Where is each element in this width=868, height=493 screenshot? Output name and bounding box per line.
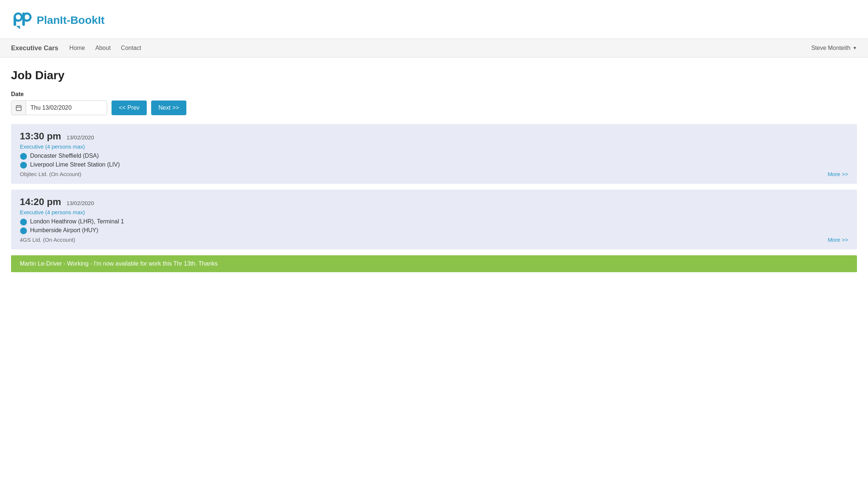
job-1-type: Executive (4 persons max) — [20, 143, 848, 150]
next-button[interactable]: Next >> — [151, 101, 186, 115]
job-2-header: 14:20 pm 13/02/2020 — [20, 196, 848, 208]
svg-rect-2 — [14, 17, 16, 26]
nav-user-menu[interactable]: Steve Monteith ▼ — [811, 45, 857, 51]
date-label: Date — [11, 91, 857, 98]
logo-area: PlanIt-BookIt — [0, 0, 868, 39]
svg-rect-5 — [22, 12, 25, 26]
svg-rect-7 — [16, 106, 21, 111]
job-1-client: Objitec Ltd. (On Account) — [20, 171, 848, 177]
page-title: Job Diary — [11, 69, 857, 82]
job-1-time: 13:30 pm — [20, 131, 61, 142]
date-section: Date << Prev Next >> — [11, 91, 857, 115]
job-1-header: 13:30 pm 13/02/2020 — [20, 131, 848, 142]
date-controls: << Prev Next >> — [11, 101, 857, 115]
notification-bar: Martin Le-Driver - Working - I'm now ava… — [11, 255, 857, 272]
calendar-icon — [15, 105, 22, 111]
notification-message: Martin Le-Driver - Working - I'm now ava… — [20, 260, 218, 267]
job-1-from: ⬤ Doncaster Sheffield (DSA) — [20, 152, 848, 160]
job-1-date: 13/02/2020 — [66, 134, 94, 140]
nav-link-contact[interactable]: Contact — [121, 45, 141, 51]
logo-container: PlanIt-BookIt — [11, 7, 857, 33]
job-card-2: 14:20 pm 13/02/2020 Executive (4 persons… — [11, 190, 857, 249]
location-from-icon-1: ⬤ — [20, 152, 27, 160]
logo-brand-text: PlanIt-BookIt — [37, 14, 105, 26]
nav-username: Steve Monteith — [811, 45, 850, 51]
job-2-type: Executive (4 persons max) — [20, 209, 848, 215]
job-2-client: 4GS Ltd. (On Account) — [20, 237, 848, 243]
job-2-date: 13/02/2020 — [66, 200, 94, 206]
job-2-to: ⬤ Humberside Airport (HUY) — [20, 226, 848, 234]
date-input[interactable] — [26, 101, 107, 115]
job-1-to: ⬤ Liverpool Lime Street Station (LIV) — [20, 161, 848, 169]
svg-marker-6 — [16, 26, 20, 29]
logo-icon — [11, 7, 37, 33]
nav-links: Home About Contact — [69, 45, 811, 51]
location-to-icon-2: ⬤ — [20, 226, 27, 234]
nav-link-home[interactable]: Home — [69, 45, 85, 51]
svg-point-4 — [24, 15, 29, 20]
nav-brand: Executive Cars — [11, 44, 58, 52]
navbar: Executive Cars Home About Contact Steve … — [0, 39, 868, 58]
main-content: Job Diary Date << Prev Next >> — [0, 58, 868, 283]
job-1-from-text: Doncaster Sheffield (DSA) — [30, 153, 99, 159]
job-2-from: ⬤ London Heathrow (LHR), Terminal 1 — [20, 218, 848, 226]
location-from-icon-2: ⬤ — [20, 218, 27, 226]
location-to-icon-1: ⬤ — [20, 161, 27, 169]
date-input-wrapper — [11, 101, 107, 115]
job-2-from-text: London Heathrow (LHR), Terminal 1 — [30, 218, 124, 225]
user-dropdown-arrow: ▼ — [853, 45, 857, 51]
calendar-icon-button[interactable] — [11, 101, 26, 115]
nav-link-about[interactable]: About — [95, 45, 111, 51]
svg-point-1 — [16, 15, 21, 20]
logo-title: PlanIt-BookIt — [37, 14, 105, 26]
prev-button[interactable]: << Prev — [112, 101, 147, 115]
job-2-more-link[interactable]: More >> — [828, 237, 848, 243]
job-1-to-text: Liverpool Lime Street Station (LIV) — [30, 161, 120, 168]
job-1-more-link[interactable]: More >> — [828, 171, 848, 177]
job-card-1: 13:30 pm 13/02/2020 Executive (4 persons… — [11, 124, 857, 184]
job-2-time: 14:20 pm — [20, 196, 61, 207]
job-2-to-text: Humberside Airport (HUY) — [30, 227, 98, 234]
